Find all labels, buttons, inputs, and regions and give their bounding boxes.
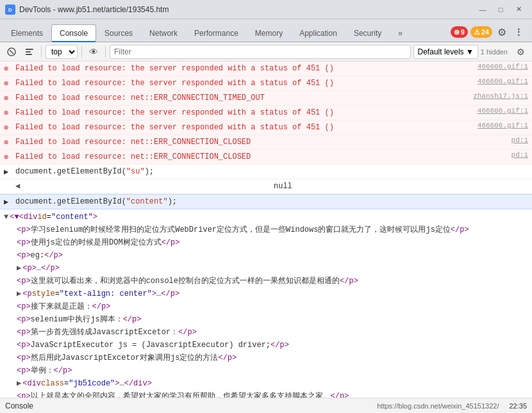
dom-tree: ▼ < ▼ <div id = "content" > <p> 学习seleni… <box>0 209 532 398</box>
warning-badge[interactable]: ⚠ 24 <box>470 26 492 38</box>
badge-area: ⊗ 9 ⚠ 24 ⚙ ⋮ <box>451 25 529 42</box>
error-link-2[interactable]: 466606.gif:1 <box>478 77 528 85</box>
bottom-bar-url: https://blog.csdn.net/weixin_45151322/ <box>377 402 499 410</box>
console-error-row: ⊗ Failed to load resource: the server re… <box>0 120 532 135</box>
error-icon: ⊗ <box>4 93 13 103</box>
dom-line: ▼ < ▼ <div id = "content" > <box>4 211 528 223</box>
dom-line: <p> 举例： </p> <box>4 364 528 377</box>
tab-network[interactable]: Network <box>141 24 186 42</box>
devtools-window: Elements Console Sources Network Perform… <box>0 19 532 413</box>
console-error-row: ⊗ Failed to load resource: the server re… <box>0 76 532 91</box>
tab-elements[interactable]: Elements <box>3 24 51 42</box>
error-icon: ⊗ <box>4 79 13 88</box>
tab-sources[interactable]: Sources <box>96 24 141 42</box>
error-icon: ⊗ <box>454 28 460 36</box>
dom-line: ▶ <p style = "text-align: center" > … </… <box>4 287 528 300</box>
console-toolbar: top 👁 Default levels ▼ 1 hidden ⚙ <box>0 42 532 61</box>
hidden-count: 1 hidden <box>481 48 510 56</box>
error-link-3[interactable]: zhanshi7.js:1 <box>473 92 528 100</box>
tab-bar: Elements Console Sources Network Perform… <box>0 19 532 42</box>
warning-icon: ⚠ <box>474 28 480 36</box>
preserve-log-button[interactable] <box>22 45 37 59</box>
console-error-row: ⊗ Failed to load resource: net::ERR_CONN… <box>0 135 532 150</box>
js-result-row: ◀ null <box>0 179 532 194</box>
default-levels-button[interactable]: Default levels ▼ <box>413 45 478 59</box>
warning-count: 24 <box>481 28 489 36</box>
dom-line: <p> 然后用此JavascriptExcetor对象调用js定位的方法 </p… <box>4 352 528 364</box>
settings-button[interactable]: ⚙ <box>495 25 509 39</box>
toolbar-separator-3 <box>105 46 106 58</box>
js-command-highlight-row: ▶ document.getElementById("content"); <box>0 194 532 209</box>
console-output[interactable]: ⊗ Failed to load resource: the server re… <box>0 61 532 398</box>
console-error-row: ⊗ Failed to load resource: net::ERR_CONN… <box>0 150 532 165</box>
toolbar-separator-1 <box>41 46 42 58</box>
tab-console[interactable]: Console <box>51 24 96 42</box>
live-expression-button[interactable]: 👁 <box>86 45 101 59</box>
tab-security[interactable]: Security <box>345 24 390 42</box>
expand-arrow[interactable]: ▶ <box>17 288 21 300</box>
dom-line: ▶ <p> … </p> <box>4 262 528 275</box>
bottom-bar-time: 22:35 <box>509 402 527 410</box>
dom-line: <p> 接下来就是正题： </p> <box>4 300 528 313</box>
window-controls: — □ ✕ <box>474 3 527 16</box>
expand-arrow[interactable]: ▼ <box>4 211 8 223</box>
filter-input[interactable] <box>110 45 411 59</box>
error-icon: ⊗ <box>4 138 13 147</box>
svg-text:D: D <box>8 7 12 13</box>
error-count: 9 <box>461 28 465 36</box>
tab-performance[interactable]: Performance <box>186 24 247 42</box>
dom-line: <p> JavaScriptExecutor js = (JavascriptE… <box>4 339 528 352</box>
close-button[interactable]: ✕ <box>510 3 527 16</box>
svg-line-3 <box>10 50 13 54</box>
dom-line: <p> eg: </p> <box>4 249 528 262</box>
error-link-7[interactable]: pd:1 <box>511 151 528 159</box>
console-settings-button[interactable]: ⚙ <box>513 45 528 59</box>
error-badge[interactable]: ⊗ 9 <box>451 26 468 38</box>
prompt-icon: ▶ <box>4 167 13 177</box>
svg-rect-4 <box>26 49 33 50</box>
tab-memory[interactable]: Memory <box>247 24 291 42</box>
error-link-1[interactable]: 466606.gif:1 <box>478 63 528 70</box>
dom-line: <p> selenium中执行js脚本： </p> <box>4 313 528 326</box>
svg-rect-5 <box>26 51 31 53</box>
console-error-row: ⊗ Failed to load resource: net::ERR_CONN… <box>0 91 532 106</box>
titlebar: D DevTools - www.jb51.net/article/193545… <box>0 0 532 19</box>
dom-line: <p> 学习selenium的时候经常用扫的定位方式WebDriver定位方式，… <box>4 223 528 236</box>
maximize-button[interactable]: □ <box>492 3 509 16</box>
error-icon: ⊗ <box>4 152 13 162</box>
context-selector[interactable]: top <box>46 45 78 59</box>
bottom-bar: Console https://blog.csdn.net/weixin_451… <box>0 398 532 413</box>
toolbar-separator-2 <box>81 46 82 58</box>
tab-more[interactable]: » <box>390 24 411 42</box>
prompt-icon: ▶ <box>4 197 13 207</box>
expand-arrow[interactable]: ▶ <box>17 378 21 389</box>
error-link-4[interactable]: 466606.gif:1 <box>478 107 528 115</box>
error-icon: ⊗ <box>4 108 13 118</box>
dom-line: <p> 这里就可以看出来，和浏览器中的console控制台的定位方式一样的一果然… <box>4 275 528 287</box>
js-command-row: ▶ document.getElementById("su"); <box>0 165 532 179</box>
error-link-6[interactable]: pd:1 <box>511 136 528 144</box>
window-title: DevTools - www.jb51.net/article/193545.h… <box>19 5 474 14</box>
error-icon: ⊗ <box>4 64 13 74</box>
clear-console-button[interactable] <box>4 45 19 59</box>
minimize-button[interactable]: — <box>474 3 491 16</box>
expand-arrow[interactable]: ▶ <box>17 263 21 274</box>
more-options-button[interactable]: ⋮ <box>511 25 526 39</box>
svg-rect-6 <box>26 54 32 55</box>
dom-line: ▶ <div class = "jb51code" > … </div> <box>4 377 528 390</box>
error-link-5[interactable]: 466606.gif:1 <box>478 122 528 129</box>
tab-application[interactable]: Application <box>291 24 345 42</box>
error-icon: ⊗ <box>4 123 13 133</box>
bottom-bar-label: Console <box>5 401 33 410</box>
dom-line: <p> 使用js定位的时候是用DOM树定位方式 </p> <box>4 236 528 249</box>
console-error-row: ⊗ Failed to load resource: the server re… <box>0 106 532 120</box>
app-icon: D <box>5 4 15 15</box>
dom-line: <p> 第一步首先强转成JavascriptExcetor： </p> <box>4 326 528 339</box>
dom-line: <p> 以上就是本文的全部内容，希望对大家的学习有所帮助，也希望大家多多支持脚本… <box>4 390 528 398</box>
console-error-row: ⊗ Failed to load resource: the server re… <box>0 61 532 76</box>
